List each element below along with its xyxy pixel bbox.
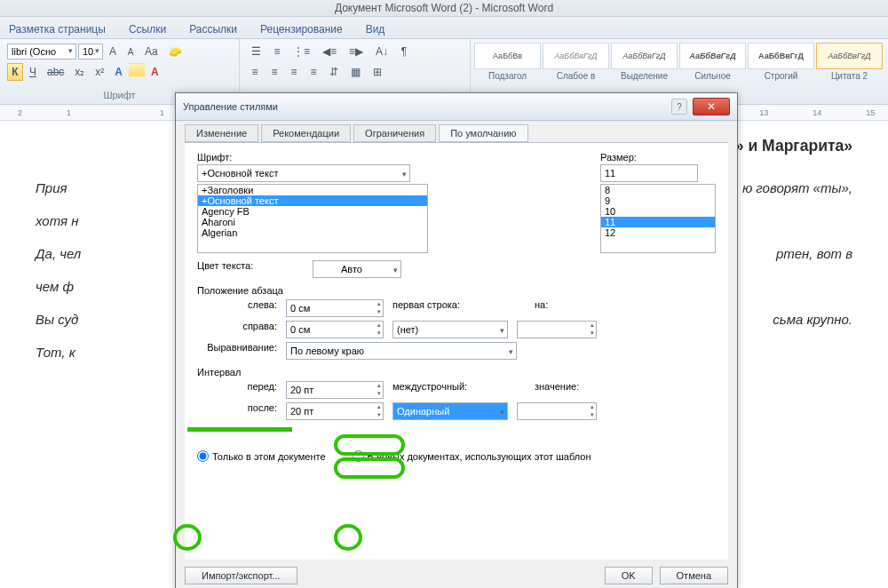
borders-icon[interactable]: ⊞	[369, 63, 386, 81]
linespc-dropdown[interactable]: Одинарный	[392, 402, 508, 420]
list-item[interactable]: +Основной текст	[198, 195, 427, 206]
ok-button[interactable]: OK	[605, 567, 653, 584]
tab-edit[interactable]: Изменение	[185, 124, 258, 142]
radio-this-doc[interactable]: Только в этом документе	[197, 450, 326, 462]
import-export-button[interactable]: Импорт/экспорт...	[185, 567, 297, 584]
indent-inc-icon[interactable]: ≡▶	[345, 43, 368, 60]
style-name: Слабое в	[543, 71, 609, 81]
list-item[interactable]: 12	[601, 227, 715, 238]
right-label: справа:	[197, 321, 277, 338]
right-input[interactable]: 0 см	[286, 321, 384, 338]
line-spacing-icon[interactable]: ⇵	[325, 63, 343, 81]
linespc-label: междустрочный:	[392, 381, 526, 399]
left-input[interactable]: 0 см	[286, 299, 384, 317]
list-item[interactable]: Algerian	[198, 227, 427, 238]
show-marks-icon[interactable]: ¶	[396, 43, 412, 60]
change-case-icon[interactable]: Aa	[140, 43, 163, 60]
align-left-icon[interactable]: ≡	[247, 63, 263, 81]
na-input[interactable]	[517, 321, 597, 338]
left-label: слева:	[197, 299, 277, 317]
size-label: Размер:	[600, 152, 707, 163]
size-listbox[interactable]: 8 9 10 11 12	[600, 184, 716, 253]
color-label: Цвет текста:	[197, 260, 304, 278]
style-chip[interactable]: АаБбВвГгД	[679, 43, 746, 69]
align-right-icon[interactable]: ≡	[286, 63, 302, 81]
doc-text: Да, чел	[36, 246, 81, 261]
list-item[interactable]: 10	[601, 206, 715, 217]
sort-icon[interactable]: A↓	[371, 43, 392, 60]
style-chip[interactable]: АаБбВвГгД	[816, 43, 883, 69]
bold-icon[interactable]: К	[7, 63, 23, 81]
text-effects-icon[interactable]: A	[110, 63, 127, 81]
window-title: Документ Microsoft Word (2) - Microsoft …	[0, 0, 888, 17]
firstline-label: первая строка:	[392, 299, 526, 317]
align-dropdown[interactable]: По левому краю	[286, 342, 517, 360]
manage-styles-dialog: Управление стилями ? ✕ Изменение Рекомен…	[175, 92, 738, 588]
font-label: Шрифт:	[197, 152, 304, 163]
style-name: Выделение	[611, 71, 678, 81]
firstline-dropdown[interactable]: (нет)	[392, 321, 508, 338]
bullets-icon[interactable]: ☰	[247, 43, 266, 60]
cancel-button[interactable]: Отмена	[660, 567, 728, 584]
justify-icon[interactable]: ≡	[305, 63, 321, 81]
style-name: Сильное	[679, 71, 746, 81]
list-item[interactable]: 11	[601, 217, 715, 227]
para-pos-section: Положение абзаца	[197, 285, 716, 296]
ribbon-tabs: Разметка страницы Ссылки Рассылки Реценз…	[0, 17, 888, 39]
tab-page-layout[interactable]: Разметка страницы	[5, 20, 109, 38]
font-input[interactable]: +Основной текст	[197, 164, 410, 182]
numbering-icon[interactable]: ≡	[269, 43, 285, 60]
size-input[interactable]: 11	[600, 164, 698, 182]
clear-format-icon[interactable]: 🧽	[164, 43, 186, 60]
underline-icon[interactable]: Ч	[25, 63, 41, 81]
tab-mailings[interactable]: Рассылки	[186, 20, 241, 38]
align-label: Выравнивание:	[197, 342, 277, 360]
indent-dec-icon[interactable]: ◀≡	[318, 43, 341, 60]
dialog-title: Управление стилями	[183, 101, 278, 112]
close-icon[interactable]: ✕	[693, 98, 730, 115]
font-color-icon[interactable]: A	[147, 63, 163, 81]
value-label: значение:	[535, 381, 579, 399]
interval-section: Интервал	[197, 367, 716, 377]
style-name: Строгий	[748, 71, 814, 81]
list-item[interactable]: Aharoni	[198, 217, 427, 227]
tab-restrict[interactable]: Ограничения	[353, 124, 436, 142]
superscript-icon[interactable]: x²	[91, 63, 108, 81]
list-item[interactable]: 8	[601, 185, 715, 195]
doc-text: Вы суд	[36, 312, 78, 327]
color-dropdown[interactable]: Авто	[313, 260, 401, 278]
tab-view[interactable]: Вид	[362, 20, 389, 38]
tab-defaults[interactable]: По умолчанию	[439, 124, 527, 142]
doc-text: ю говорят «ты»,	[742, 180, 852, 195]
font-listbox[interactable]: +Заголовки +Основной текст Agency FB Aha…	[197, 184, 428, 253]
list-item[interactable]: Agency FB	[198, 206, 427, 217]
font-name-combo[interactable]: libri (Осно	[7, 44, 76, 60]
grow-font-icon[interactable]: A	[105, 43, 121, 60]
align-center-icon[interactable]: ≡	[266, 63, 282, 81]
tab-references[interactable]: Ссылки	[125, 20, 170, 38]
style-chip[interactable]: АаБбВвГгД	[748, 43, 814, 69]
style-chip[interactable]: АаБбВвГгД	[611, 43, 678, 69]
na-label: на:	[535, 299, 548, 317]
after-input[interactable]: 20 пт	[286, 402, 384, 420]
doc-text: Прия	[36, 180, 67, 195]
strike-icon[interactable]: abc	[43, 63, 68, 81]
style-chip[interactable]: АаБбВв	[474, 43, 541, 69]
shrink-font-icon[interactable]: A	[123, 44, 139, 60]
radio-template[interactable]: В новых документах, использующих этот ша…	[353, 450, 591, 462]
help-icon[interactable]: ?	[671, 99, 687, 115]
tab-review[interactable]: Рецензирование	[257, 20, 346, 38]
style-chip[interactable]: АаБбВвГгД	[543, 43, 609, 69]
value-input[interactable]	[517, 402, 597, 420]
shading-icon[interactable]: ▦	[346, 63, 365, 81]
multilevel-icon[interactable]: ⋮≡	[289, 43, 314, 60]
before-input[interactable]: 20 пт	[286, 381, 384, 399]
list-item[interactable]: +Заголовки	[198, 185, 427, 195]
subscript-icon[interactable]: x₂	[70, 63, 89, 81]
tab-recommend[interactable]: Рекомендации	[261, 124, 351, 142]
style-name: Подзагол	[474, 71, 541, 81]
list-item[interactable]: 9	[601, 195, 715, 206]
doc-text: ртен, вот в	[776, 246, 852, 261]
font-size-combo[interactable]: 10	[78, 44, 103, 60]
highlight-icon[interactable]	[129, 63, 145, 77]
